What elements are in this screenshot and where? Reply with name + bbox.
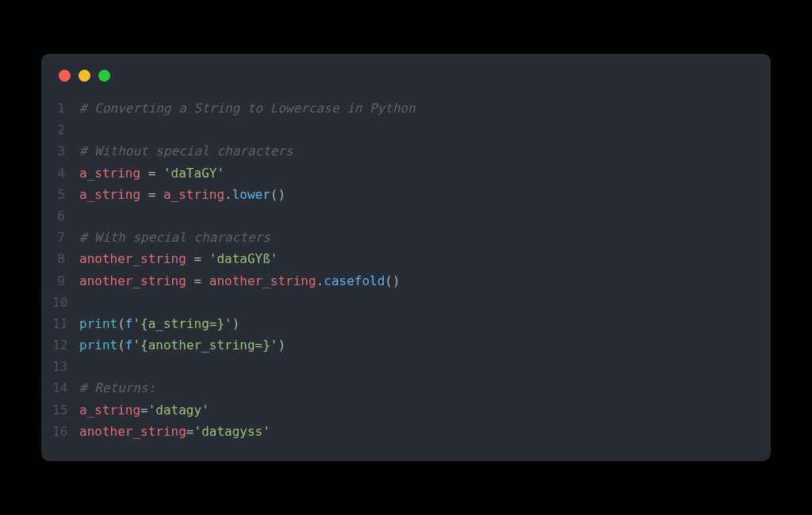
- code-line: 1# Converting a String to Lowercase in P…: [52, 97, 752, 119]
- code-line: 16another_string='datagyss': [52, 421, 752, 442]
- token-operator: ): [232, 316, 240, 331]
- token-operator: =: [186, 273, 209, 288]
- code-line: 4a_string = 'daTaGY': [52, 162, 752, 184]
- minimize-icon[interactable]: [79, 70, 90, 82]
- token-method: casefold: [324, 273, 385, 288]
- token-operator: .: [316, 273, 324, 288]
- token-ident: another_string: [79, 251, 186, 266]
- line-number: 2: [52, 119, 79, 140]
- token-ident: a_string: [163, 187, 224, 202]
- close-icon[interactable]: [59, 70, 71, 82]
- code-content: another_string = 'dataGYß': [79, 248, 278, 269]
- maximize-icon[interactable]: [98, 70, 110, 82]
- code-line: 11print(f'{a_string=}'): [52, 313, 752, 334]
- line-number: 6: [52, 205, 79, 227]
- token-comment: # Returns:: [79, 380, 155, 395]
- token-operator: (: [117, 316, 125, 331]
- token-operator: (): [385, 273, 400, 288]
- code-content: # Without special characters: [79, 140, 293, 162]
- token-comment: # Converting a String to Lowercase in Py…: [79, 101, 416, 116]
- token-operator: (: [117, 338, 125, 353]
- token-string: 'datagy': [148, 402, 209, 418]
- code-line: 5a_string = a_string.lower(): [52, 184, 752, 205]
- line-number: 8: [52, 248, 79, 269]
- code-window: 1# Converting a String to Lowercase in P…: [41, 54, 771, 461]
- token-fprefix: f: [125, 316, 133, 331]
- code-line: 10: [52, 292, 752, 313]
- line-number: 11: [52, 313, 79, 334]
- code-content: another_string='datagyss': [79, 421, 270, 442]
- code-line: 13: [52, 356, 752, 377]
- code-content: # Converting a String to Lowercase in Py…: [79, 97, 416, 119]
- code-line: 2: [52, 119, 752, 140]
- token-operator: =: [140, 187, 163, 202]
- token-string: '{another_string=}': [132, 338, 278, 353]
- line-number: 4: [52, 162, 79, 184]
- token-ident: another_string: [79, 424, 186, 439]
- code-line: 14# Returns:: [52, 377, 752, 399]
- code-content: print(f'{a_string=}'): [79, 313, 239, 334]
- token-operator: =: [186, 424, 194, 439]
- token-operator: (): [270, 187, 285, 202]
- code-content: a_string = 'daTaGY': [79, 162, 224, 184]
- code-line: 15a_string='datagy': [52, 399, 752, 421]
- line-number: 1: [52, 97, 79, 119]
- token-string: 'dataGYß': [209, 251, 278, 266]
- token-builtin: print: [79, 338, 117, 353]
- code-line: 8another_string = 'dataGYß': [52, 248, 752, 269]
- token-ident: another_string: [79, 273, 186, 288]
- code-editor[interactable]: 1# Converting a String to Lowercase in P…: [41, 91, 771, 442]
- token-operator: .: [224, 187, 232, 202]
- code-content: another_string = another_string.casefold…: [79, 270, 400, 292]
- code-content: a_string='datagy': [79, 399, 209, 421]
- code-content: # With special characters: [79, 227, 270, 248]
- code-content: a_string = a_string.lower(): [79, 184, 285, 205]
- token-fprefix: f: [125, 338, 133, 353]
- line-number: 14: [52, 377, 79, 399]
- token-operator: =: [186, 251, 209, 266]
- token-ident: a_string: [79, 187, 140, 202]
- code-content: # Returns:: [79, 377, 155, 399]
- line-number: 9: [52, 270, 79, 292]
- line-number: 3: [52, 140, 79, 162]
- token-builtin: print: [79, 316, 117, 331]
- line-number: 12: [52, 334, 79, 356]
- line-number: 16: [52, 421, 79, 442]
- code-line: 12print(f'{another_string=}'): [52, 334, 752, 356]
- code-line: 7# With special characters: [52, 227, 752, 248]
- token-comment: # Without special characters: [79, 143, 293, 158]
- token-method: lower: [232, 187, 270, 202]
- line-number: 5: [52, 184, 79, 205]
- token-ident: a_string: [79, 402, 140, 418]
- line-number: 10: [52, 292, 79, 313]
- line-number: 15: [52, 399, 79, 421]
- token-string: 'datagyss': [194, 424, 270, 439]
- token-string: '{a_string=}': [132, 316, 232, 331]
- code-content: print(f'{another_string=}'): [79, 334, 285, 356]
- token-operator: =: [140, 166, 163, 181]
- window-titlebar: [41, 54, 771, 91]
- code-line: 6: [52, 205, 752, 227]
- code-line: 9another_string = another_string.casefol…: [52, 270, 752, 292]
- line-number: 7: [52, 227, 79, 248]
- token-ident: another_string: [209, 273, 316, 288]
- line-number: 13: [52, 356, 79, 377]
- token-comment: # With special characters: [79, 230, 270, 245]
- token-operator: =: [140, 402, 148, 418]
- token-string: 'daTaGY': [163, 166, 224, 181]
- token-operator: ): [278, 338, 285, 353]
- token-ident: a_string: [79, 166, 140, 181]
- code-line: 3# Without special characters: [52, 140, 752, 162]
